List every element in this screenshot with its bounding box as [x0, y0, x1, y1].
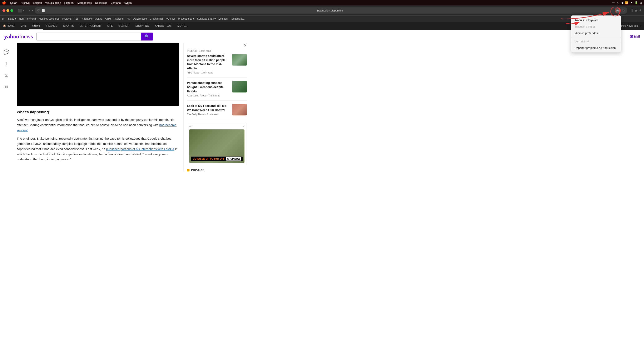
translate-to-english-option: Traducir a Inglés — [571, 23, 621, 30]
bookmark-run-the-world[interactable]: Run The World — [19, 17, 36, 20]
yahoo-logo: yahoo!news — [4, 33, 33, 40]
shield-icon: 🛡 — [37, 9, 40, 12]
sidebar-toggle-icon[interactable]: ⬛ — [18, 9, 22, 13]
bookmark-vcenter[interactable]: vCenter — [166, 17, 175, 20]
close-window-button[interactable] — [2, 9, 5, 12]
nav-sports[interactable]: SPORTS — [60, 22, 77, 30]
nav-finance[interactable]: FINANCE — [43, 22, 60, 30]
nav-more[interactable]: MORE... — [174, 22, 190, 30]
ad-cta: SHOP NOW — [226, 157, 241, 160]
nav-entertainment[interactable]: ENTERTAINMENT — [77, 22, 104, 30]
battery-icon: 🔋 — [634, 1, 638, 4]
preferred-languages-option[interactable]: Idiomas preferidos... — [571, 30, 621, 36]
minimize-window-button[interactable] — [6, 9, 9, 12]
bookmark-rm[interactable]: RM — [126, 17, 130, 20]
news-item-2-title[interactable]: Parade shooting suspect bought 5 weapons… — [187, 81, 230, 93]
mail-envelope-icon: ✉ — [630, 34, 633, 39]
forward-button[interactable]: › — [32, 9, 33, 12]
yahoo-search-wrap: 🔍 — [36, 33, 153, 41]
facebook-icon[interactable]: f — [6, 61, 7, 67]
reader-view-icon[interactable]: ⬜ — [42, 9, 45, 12]
nav-mail[interactable]: MAIL — [18, 22, 30, 30]
article-text-1-end: . — [28, 128, 28, 132]
comment-icon[interactable]: 💬 — [4, 50, 9, 55]
bookmark-iteracion[interactable]: ● Iteración - Asana — [81, 17, 102, 20]
yahoo-search-button[interactable]: 🔍 — [141, 33, 153, 41]
menu-desarrollo[interactable]: Desarrollo — [95, 1, 107, 5]
back-button[interactable]: ‹ — [29, 9, 30, 12]
news-item-3: Look at My Face and Tell Me We Don't Nee… — [187, 104, 247, 119]
menu-ventana[interactable]: Ventana — [111, 1, 121, 5]
menu-edicion[interactable]: Edición — [33, 1, 42, 5]
news-item-3-title[interactable]: Look at My Face and Tell Me We Don't Nee… — [187, 104, 230, 112]
add-tab-icon[interactable]: + — [639, 8, 642, 13]
menu-safari[interactable]: Safari — [10, 1, 17, 5]
ad-brand: COTOSEN — [193, 157, 205, 160]
fullscreen-window-button[interactable] — [10, 9, 13, 12]
bookmark-proveedores[interactable]: Proveedores ▾ — [178, 17, 194, 20]
news-item-3-thumbnail — [232, 104, 247, 115]
yahoo-header: yahoo!news 🔍 ✉ Mail — [0, 30, 644, 43]
nav-home[interactable]: 🏠 HOME — [0, 22, 18, 30]
apple-icon[interactable]: 🍎 — [2, 1, 6, 5]
popular-section-header: POPULAR — [187, 168, 247, 171]
bookmark-servicios[interactable]: Servicios Stats ▾ — [197, 17, 216, 20]
browser-navigation: ‹ › — [29, 9, 33, 12]
control-center-icon[interactable]: ⊞ — [640, 1, 642, 4]
email-share-icon[interactable]: ✉ — [4, 85, 8, 90]
share-icon[interactable]: ⬆ — [631, 9, 633, 13]
bookmark-clientes[interactable]: Clientes — [219, 17, 228, 20]
ad-section: Ad ✕ COTOSEN UP TO 50% OFF SHOP NOW — [187, 123, 247, 165]
ad-badge[interactable]: COTOSEN UP TO 50% OFF SHOP NOW — [191, 156, 243, 161]
bookmark-grid-icon[interactable]: ⊞ — [2, 17, 4, 21]
sidebar-chevron-icon[interactable]: ▾ — [23, 9, 24, 12]
nav-news[interactable]: NEWS — [30, 22, 43, 30]
menu-ayuda[interactable]: Ayuda — [124, 1, 132, 5]
news-item-1: Severe storms could affect more than 60 … — [187, 54, 247, 78]
view-original-option: Ver original — [571, 38, 621, 45]
nav-life[interactable]: LIFE — [104, 22, 116, 30]
address-bar[interactable]: Traducción disponible — [46, 9, 613, 12]
translate-to-spanish-option[interactable]: Traducir a Español — [571, 17, 621, 23]
nav-search[interactable]: SEARCH — [116, 22, 132, 30]
menu-marcadores[interactable]: Marcadores — [78, 1, 92, 5]
ad-close-button[interactable]: ✕ — [242, 125, 244, 128]
popular-label: POPULAR — [191, 168, 204, 171]
menu-visualizacion[interactable]: Visualización — [45, 1, 61, 5]
traffic-lights — [2, 9, 13, 12]
tabs-icon[interactable]: ⊞ — [635, 9, 638, 12]
bookmark-protocol[interactable]: Protocol — [62, 17, 72, 20]
twitter-icon[interactable]: 𝕏 — [4, 73, 8, 78]
nav-shopping[interactable]: SHOPPING — [132, 22, 152, 30]
yahoo-mail-button[interactable]: ✉ Mail — [630, 34, 640, 39]
nav-yahoo-plus[interactable]: YAHOO PLUS — [152, 22, 174, 30]
news-item-2-meta: Associated Press · 7 min read — [187, 94, 230, 97]
bookmark-tendencias[interactable]: Tendencias... — [230, 17, 245, 20]
menu-archivo[interactable]: Archivo — [21, 1, 30, 5]
menu-historial[interactable]: Historial — [64, 1, 74, 5]
translate-dropdown: Traducir a Español Traducir a Inglés Idi… — [571, 16, 621, 53]
news-item-2-text: Parade shooting suspect bought 5 weapons… — [187, 81, 230, 97]
translate-icon: ⇄A — [616, 9, 620, 12]
bookmark-crm[interactable]: CRM — [105, 17, 111, 20]
menubar-dots-icon: ••• — [612, 1, 615, 5]
ad-offer: UP TO 50% OFF — [206, 157, 225, 160]
bookmarks-bar: ⊞ Inglés ▾ Run The World Medicos escolar… — [0, 16, 644, 22]
yahoo-search-input[interactable] — [36, 33, 141, 41]
bookmark-intercom[interactable]: Intercom — [114, 17, 124, 20]
translate-button[interactable]: ⇄A — [615, 8, 621, 13]
reload-icon[interactable]: ↻ — [622, 9, 625, 12]
article-video[interactable] — [17, 43, 179, 106]
bookmark-ingles[interactable]: Inglés ▾ — [8, 17, 16, 20]
close-sidebar-button[interactable]: ✕ — [244, 43, 247, 48]
news-item-2-time: 7 min read — [208, 94, 220, 97]
yahoo-news-wordmark: news — [21, 33, 33, 40]
news-item-1-title[interactable]: Severe storms could affect more than 60 … — [187, 54, 230, 70]
report-problem-option[interactable]: Reportar problema de traducción — [571, 45, 621, 51]
bookmark-growthhack[interactable]: GrowthHack — [150, 17, 164, 20]
lamda-link[interactable]: published portions of his interactions w… — [106, 147, 174, 151]
bookmark-medicos[interactable]: Medicos escolares — [39, 17, 60, 20]
bookmark-adespresso[interactable]: AdEspresso — [134, 17, 147, 20]
article-paragraph-2: The engineer, Blake Lemoine, reportedly … — [17, 136, 179, 162]
bookmark-top[interactable]: Top — [74, 17, 78, 20]
